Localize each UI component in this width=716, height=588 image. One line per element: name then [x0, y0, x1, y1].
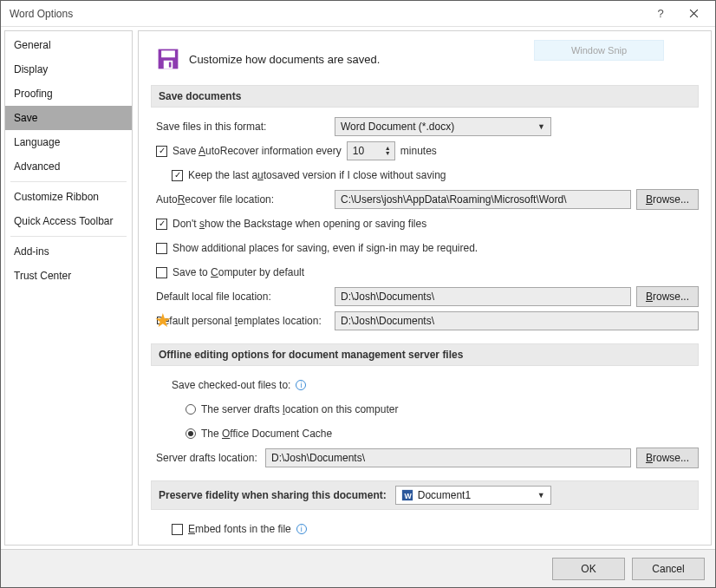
dont-show-backstage-label: Don't show the Backstage when opening or… — [172, 218, 426, 230]
save-format-combo[interactable]: Word Document (*.docx) ▼ — [335, 117, 551, 136]
svg-text:W: W — [404, 492, 412, 500]
row-save-format: Save files in this format: Word Document… — [156, 116, 699, 137]
embed-fonts-label: Embed fonts in the file — [188, 523, 291, 535]
default-templates-label: Default personal templates location: — [156, 315, 329, 327]
preserve-doc-combo[interactable]: W Document1 ▼ — [395, 486, 551, 505]
autorecover-minutes-value: 10 — [353, 145, 364, 157]
row-autorecover: ✓ Save AutoRecover information every 10 … — [156, 140, 699, 161]
sidebar-item-quick-access-toolbar[interactable]: Quick Access Toolbar — [5, 209, 132, 233]
info-icon[interactable]: i — [296, 380, 306, 390]
row-dont-show-backstage: ✓ Don't show the Backstage when opening … — [156, 213, 699, 234]
svg-rect-3 — [169, 62, 172, 68]
radio-server-drafts[interactable] — [186, 404, 196, 415]
sidebar-item-display[interactable]: Display — [5, 57, 132, 82]
sidebar-item-language[interactable]: Language — [5, 130, 132, 154]
category-sidebar: General Display Proofing Save Language A… — [4, 30, 133, 546]
keep-last-label: Keep the last autosaved version if I clo… — [188, 169, 446, 181]
save-format-value: Word Document (*.docx) — [341, 121, 454, 133]
section-preserve-fidelity: Preserve fidelity when sharing this docu… — [151, 480, 699, 510]
save-to-computer-label: Save to Computer by default — [172, 266, 304, 278]
row-save-to-computer: Save to Computer by default — [156, 262, 699, 283]
close-icon — [689, 9, 699, 18]
default-local-input[interactable]: D:\Josh\Documents\ — [335, 287, 631, 306]
row-show-additional: Show additional places for saving, even … — [156, 238, 699, 258]
section-offline-editing: Offline editing options for document man… — [151, 343, 699, 366]
row-default-local: Default local file location: D:\Josh\Doc… — [156, 286, 699, 307]
section-save-documents: Save documents — [151, 85, 699, 108]
window-title: Word Options — [10, 8, 644, 20]
sidebar-item-save[interactable]: Save — [5, 106, 132, 130]
autorecover-checkbox[interactable]: ✓ — [156, 146, 167, 157]
header-text: Customize how documents are saved. — [189, 53, 380, 66]
preserve-title: Preserve fidelity when sharing this docu… — [159, 489, 387, 501]
preserve-doc-value: Document1 — [418, 489, 471, 501]
sidebar-item-customize-ribbon[interactable]: Customize Ribbon — [5, 185, 132, 209]
row-embed-fonts: Embed fonts in the file i — [172, 519, 699, 539]
info-icon[interactable]: i — [296, 524, 307, 534]
sidebar-item-advanced[interactable]: Advanced — [5, 154, 132, 179]
autorecover-minutes-spin[interactable]: 10 ▲▼ — [347, 141, 395, 160]
cancel-button[interactable]: Cancel — [632, 558, 705, 580]
save-icon — [156, 47, 180, 71]
radio-office-cache[interactable] — [186, 428, 196, 439]
word-options-window: Word Options ? General Display Proofing … — [0, 0, 716, 588]
sidebar-separator — [10, 181, 127, 182]
word-doc-icon: W — [401, 489, 413, 501]
checked-out-label: Save checked-out files to: — [172, 379, 290, 391]
save-to-computer-checkbox[interactable] — [156, 267, 167, 278]
svg-rect-2 — [164, 61, 173, 69]
minutes-label: minutes — [400, 145, 437, 157]
row-server-drafts-location: Server drafts location: D:\Josh\Document… — [156, 448, 699, 468]
ok-button[interactable]: OK — [552, 558, 625, 580]
radio-office-cache-label: The Office Document Cache — [201, 428, 332, 440]
dialog-body: General Display Proofing Save Language A… — [1, 27, 715, 549]
row-embed-only: Embed only the characters used in the do… — [186, 543, 699, 546]
autorecover-loc-input[interactable]: C:\Users\josh\AppData\Roaming\Microsoft\… — [335, 190, 631, 209]
close-button[interactable] — [677, 2, 710, 26]
row-keep-last: ✓ Keep the last autosaved version if I c… — [172, 165, 699, 186]
row-radio-cache: The Office Document Cache — [186, 423, 699, 444]
sidebar-item-proofing[interactable]: Proofing — [5, 82, 132, 106]
sidebar-item-trust-center[interactable]: Trust Center — [5, 264, 132, 288]
row-autorecover-location: AutoRecover file location: C:\Users\josh… — [156, 189, 699, 210]
browse-autorecover-button[interactable]: BBrowse...rowse... — [636, 189, 699, 210]
keep-last-checkbox[interactable]: ✓ — [172, 170, 183, 181]
svg-rect-1 — [161, 50, 175, 57]
browse-server-drafts-button[interactable]: Browse... — [636, 448, 699, 468]
autorecover-loc-label: AutoRecover file location: — [156, 193, 329, 206]
sidebar-item-general[interactable]: General — [5, 33, 132, 57]
default-local-label: Default local file location: — [156, 291, 329, 303]
spin-arrows-icon: ▲▼ — [385, 146, 393, 156]
chevron-down-icon: ▼ — [537, 491, 545, 500]
autorecover-label: Save AutoRecover information every — [172, 145, 342, 157]
server-drafts-label: Server drafts location: — [156, 452, 260, 464]
star-highlight-icon: ★ — [154, 310, 172, 332]
embed-fonts-checkbox[interactable] — [172, 524, 183, 535]
page-header: Customize how documents are saved. Windo… — [151, 42, 699, 85]
row-default-templates: ★ Default personal templates location: D… — [156, 310, 699, 331]
row-radio-server-drafts: The server drafts location on this compu… — [186, 399, 699, 420]
browse-default-local-button[interactable]: Browse... — [636, 286, 699, 307]
radio-server-drafts-label: The server drafts location on this compu… — [201, 403, 398, 415]
server-drafts-input[interactable]: D:\Josh\Documents\ — [265, 448, 631, 467]
chevron-down-icon: ▼ — [537, 122, 545, 131]
ghost-window-snip: Window Snip — [534, 40, 664, 61]
show-additional-checkbox[interactable] — [156, 243, 167, 254]
sidebar-item-add-ins[interactable]: Add-ins — [5, 239, 132, 264]
content-pane: Customize how documents are saved. Windo… — [138, 30, 712, 546]
dialog-footer: OK Cancel — [1, 549, 715, 587]
help-button[interactable]: ? — [644, 2, 677, 26]
save-format-label: Save files in this format: — [156, 121, 329, 133]
row-checked-out: Save checked-out files to: i — [172, 375, 699, 395]
sidebar-separator — [10, 236, 127, 237]
title-bar: Word Options ? — [1, 1, 715, 27]
show-additional-label: Show additional places for saving, even … — [172, 242, 478, 254]
default-templates-input[interactable]: D:\Josh\Documents\ — [335, 311, 699, 330]
dont-show-backstage-checkbox[interactable]: ✓ — [156, 219, 167, 230]
